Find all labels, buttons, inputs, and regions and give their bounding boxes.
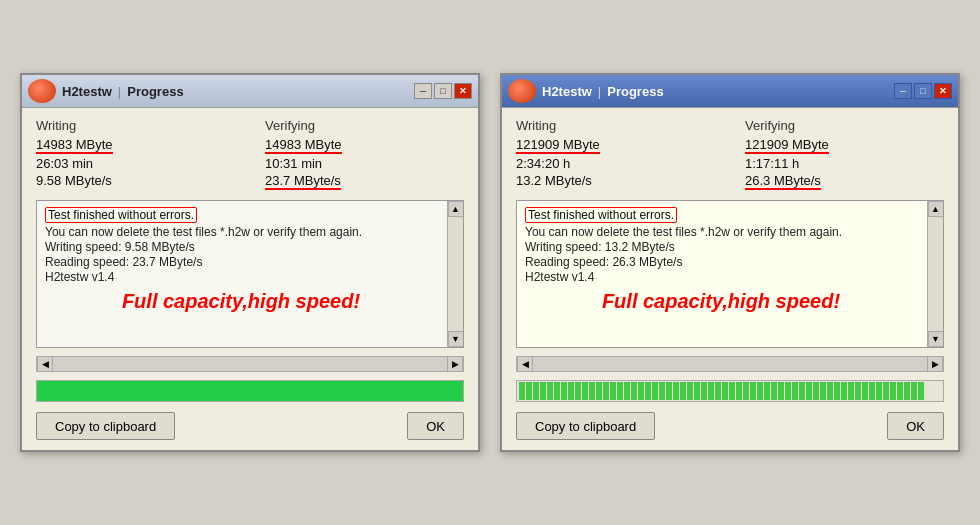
left-copy-button[interactable]: Copy to clipboard [36, 412, 175, 440]
progress-segment [610, 382, 616, 400]
progress-segment [526, 382, 532, 400]
left-hscroll-track [53, 357, 447, 371]
left-log-line5: H2testw v1.4 [45, 270, 437, 284]
progress-segment [603, 382, 609, 400]
progress-segment [554, 382, 560, 400]
right-title-left: H2testw | Progress [508, 79, 664, 103]
progress-segment [736, 382, 742, 400]
left-log-line2: You can now delete the test files *.h2w … [45, 225, 437, 239]
left-log-area: Test finished without errors. You can no… [36, 200, 464, 348]
right-caption: Full capacity,high speed! [525, 290, 917, 313]
right-app-icon [508, 79, 536, 103]
left-verifying-col: Verifying 14983 MByte 10:31 min 23.7 MBy… [265, 118, 464, 192]
right-scroll-down[interactable]: ▼ [928, 331, 944, 347]
left-writing-header: Writing [36, 118, 235, 133]
progress-segment [834, 382, 840, 400]
right-log-line2: You can now delete the test files *.h2w … [525, 225, 917, 239]
progress-segment [694, 382, 700, 400]
progress-segment [813, 382, 819, 400]
left-caption: Full capacity,high speed! [45, 290, 437, 313]
right-hscroll-bar[interactable]: ◀ ▶ [516, 356, 944, 372]
left-scroll-up[interactable]: ▲ [448, 201, 464, 217]
progress-segment [680, 382, 686, 400]
progress-segment [617, 382, 623, 400]
left-hscroll-bar[interactable]: ◀ ▶ [36, 356, 464, 372]
right-verifying-time: 1:17:11 h [745, 156, 944, 171]
progress-segment [575, 382, 581, 400]
progress-segment [596, 382, 602, 400]
right-window-title: H2testw [542, 84, 592, 99]
progress-segment [582, 382, 588, 400]
left-ok-button[interactable]: OK [407, 412, 464, 440]
left-btn-row: Copy to clipboard OK [36, 412, 464, 440]
left-verifying-mbyte: 14983 MByte [265, 137, 464, 154]
progress-segment [799, 382, 805, 400]
progress-segment [771, 382, 777, 400]
progress-segment [722, 382, 728, 400]
right-log-content: Test finished without errors. You can no… [525, 207, 935, 313]
progress-segment [841, 382, 847, 400]
progress-segment [764, 382, 770, 400]
progress-segment [911, 382, 917, 400]
progress-segment [568, 382, 574, 400]
left-scrollbar[interactable]: ▲ ▼ [447, 201, 463, 347]
right-writing-speed: 13.2 MByte/s [516, 173, 715, 188]
right-window-subtitle: Progress [607, 84, 663, 99]
left-log-content: Test finished without errors. You can no… [45, 207, 455, 313]
left-window: H2testw | Progress ─ □ ✕ Writing 14983 M… [20, 73, 480, 452]
progress-segment [666, 382, 672, 400]
right-scrollbar[interactable]: ▲ ▼ [927, 201, 943, 347]
left-title-left: H2testw | Progress [28, 79, 184, 103]
progress-segment [519, 382, 525, 400]
right-verifying-col: Verifying 121909 MByte 1:17:11 h 26.3 MB… [745, 118, 944, 192]
right-window-controls: ─ □ ✕ [894, 83, 952, 99]
left-maximize-button[interactable]: □ [434, 83, 452, 99]
right-writing-time: 2:34:20 h [516, 156, 715, 171]
right-verifying-speed: 26.3 MByte/s [745, 173, 944, 190]
left-hscroll-right[interactable]: ▶ [447, 356, 463, 372]
progress-segment [897, 382, 903, 400]
left-verifying-time: 10:31 min [265, 156, 464, 171]
right-minimize-button[interactable]: ─ [894, 83, 912, 99]
right-scroll-up[interactable]: ▲ [928, 201, 944, 217]
progress-segment [848, 382, 854, 400]
progress-segment [624, 382, 630, 400]
right-progress-bar [516, 380, 944, 402]
right-writing-header: Writing [516, 118, 715, 133]
right-ok-button[interactable]: OK [887, 412, 944, 440]
left-app-icon [28, 79, 56, 103]
left-scroll-down[interactable]: ▼ [448, 331, 464, 347]
right-hscroll-right[interactable]: ▶ [927, 356, 943, 372]
right-log-line1: Test finished without errors. [525, 207, 917, 225]
left-writing-mbyte: 14983 MByte [36, 137, 235, 154]
progress-segment [855, 382, 861, 400]
progress-segment [645, 382, 651, 400]
progress-segment [673, 382, 679, 400]
progress-segment [589, 382, 595, 400]
progress-segment [918, 382, 924, 400]
progress-segment [547, 382, 553, 400]
progress-segment [652, 382, 658, 400]
left-hscroll-left[interactable]: ◀ [37, 356, 53, 372]
left-stats-row: Writing 14983 MByte 26:03 min 9.58 MByte… [36, 118, 464, 192]
left-minimize-button[interactable]: ─ [414, 83, 432, 99]
right-close-button[interactable]: ✕ [934, 83, 952, 99]
progress-segment [750, 382, 756, 400]
right-copy-button[interactable]: Copy to clipboard [516, 412, 655, 440]
right-btn-row: Copy to clipboard OK [516, 412, 944, 440]
right-hscroll-left[interactable]: ◀ [517, 356, 533, 372]
progress-segment [540, 382, 546, 400]
progress-segment [778, 382, 784, 400]
progress-segment [701, 382, 707, 400]
right-hscroll-track [533, 357, 927, 371]
progress-segment [890, 382, 896, 400]
left-close-button[interactable]: ✕ [454, 83, 472, 99]
progress-segment [792, 382, 798, 400]
left-writing-speed: 9.58 MByte/s [36, 173, 235, 188]
progress-segment [708, 382, 714, 400]
right-maximize-button[interactable]: □ [914, 83, 932, 99]
right-log-line3: Writing speed: 13.2 MByte/s [525, 240, 917, 254]
right-window-body: Writing 121909 MByte 2:34:20 h 13.2 MByt… [502, 108, 958, 450]
progress-segment [743, 382, 749, 400]
right-log-line5: H2testw v1.4 [525, 270, 917, 284]
